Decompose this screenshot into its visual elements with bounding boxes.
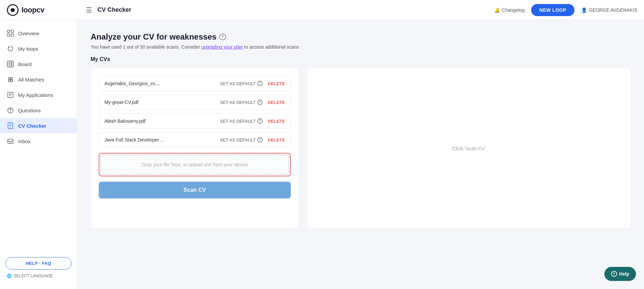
nav-page-title: CV Checker (97, 6, 494, 13)
sidebar-item-all-matches[interactable]: All Matches (0, 72, 77, 87)
svg-point-12 (11, 77, 13, 79)
all-matches-icon (7, 76, 14, 83)
help-btn-label: Help (619, 271, 629, 277)
help-btn-icon: ? (611, 271, 617, 277)
cv-row-1: My-great-CV.pdf SET AS DEFAULT ? DELETE (99, 95, 291, 110)
svg-rect-4 (7, 34, 10, 36)
subtitle-suffix: to access additional scans (243, 44, 299, 50)
delete-btn-1[interactable]: DELETE (268, 100, 285, 105)
set-default-btn-3[interactable]: SET AS DEFAULT ? (220, 137, 262, 142)
layout: Overview My loops Board All Matches (0, 20, 644, 289)
delete-btn-2[interactable]: DELETE (268, 119, 285, 124)
set-default-info-icon-2: ? (257, 118, 263, 124)
cv-row-0: Avgenakis_Georgios_cv.... SET AS DEFAULT… (99, 76, 291, 91)
sidebar-item-my-loops[interactable]: My loops (0, 41, 77, 56)
main-content: Analyze your CV for weaknesses ? You hav… (77, 20, 644, 289)
subtitle-prefix: You have used 1 out of 30 available scan… (91, 44, 201, 50)
right-panel-text: Click 'Scan Cv' (452, 146, 485, 151)
cv-actions-3: SET AS DEFAULT ? DELETE (220, 137, 285, 142)
svg-point-14 (11, 80, 13, 82)
help-faq-button[interactable]: HELP - FAQ (5, 257, 72, 270)
user-icon: 👤 (581, 7, 587, 13)
delete-btn-3[interactable]: DELETE (268, 137, 285, 142)
sidebar-bottom: HELP - FAQ 🌐 SELECT LANGUAGE (0, 252, 77, 284)
sidebar-item-overview[interactable]: Overview (0, 25, 77, 41)
set-default-btn-2[interactable]: SET AS DEFAULT ? (220, 118, 262, 124)
svg-point-13 (8, 80, 10, 82)
sidebar-item-my-loops-label: My loops (18, 46, 38, 52)
page-heading-text: Analyze your CV for weaknesses (91, 32, 217, 42)
delete-btn-0[interactable]: DELETE (268, 81, 285, 86)
user-name: GEORGE AVGENAKIS (589, 7, 637, 13)
svg-rect-3 (11, 30, 13, 33)
heading-info-icon[interactable]: ? (219, 34, 226, 40)
sidebar-item-overview-label: Overview (18, 31, 39, 36)
upgrade-link[interactable]: upgrading your plan (201, 44, 243, 50)
sidebar-item-board-label: Board (18, 61, 32, 67)
cv-actions-1: SET AS DEFAULT ? DELETE (220, 100, 285, 105)
svg-rect-2 (7, 30, 10, 33)
cv-checker-icon (7, 122, 14, 129)
dropzone[interactable]: Drop your file here, or upload one from … (100, 155, 289, 175)
set-default-info-icon-3: ? (257, 137, 263, 142)
sidebar-item-questions[interactable]: Questions (0, 103, 77, 118)
set-default-info-icon-0: ? (257, 81, 263, 86)
page-heading: Analyze your CV for weaknesses ? (91, 32, 631, 42)
set-default-label-3: SET AS DEFAULT (220, 137, 256, 142)
cv-actions-0: SET AS DEFAULT ? DELETE (220, 81, 285, 86)
my-cvs-label: My CVs (91, 56, 631, 62)
set-default-label-2: SET AS DEFAULT (220, 119, 256, 124)
cv-name-2: Abish Balusamy.pdf (104, 118, 220, 124)
sidebar-item-questions-label: Questions (18, 108, 41, 113)
new-loop-button[interactable]: NEW LOOP (531, 4, 574, 16)
navbar: loopcv ☰ CV Checker 🔔 Changelog NEW LOOP… (0, 0, 644, 20)
cv-row-3: Java Full Stack Developer ... SET AS DEF… (99, 132, 291, 148)
set-default-label-0: SET AS DEFAULT (220, 81, 256, 86)
changelog-label: Changelog (502, 7, 525, 13)
subtitle: You have used 1 out of 30 available scan… (91, 44, 631, 50)
svg-point-11 (8, 77, 10, 79)
right-panel: Click 'Scan Cv' (307, 68, 631, 229)
sidebar-item-board[interactable]: Board (0, 56, 77, 72)
language-selector[interactable]: 🌐 SELECT LANGUAGE (5, 274, 72, 278)
sidebar-item-my-applications[interactable]: My Applications (0, 87, 77, 103)
board-icon (7, 60, 14, 68)
svg-rect-25 (8, 139, 13, 143)
cv-panel: Avgenakis_Georgios_cv.... SET AS DEFAULT… (91, 68, 299, 229)
svg-rect-6 (7, 61, 13, 67)
scan-cv-button[interactable]: Scan CV (99, 182, 291, 198)
cv-actions-2: SET AS DEFAULT ? DELETE (220, 118, 285, 124)
sidebar-item-cv-checker[interactable]: CV Checker (0, 118, 77, 133)
overview-icon (7, 30, 14, 37)
inbox-icon (7, 137, 14, 145)
hamburger-icon[interactable]: ☰ (86, 6, 92, 14)
cv-name-3: Java Full Stack Developer ... (104, 137, 220, 142)
questions-icon (7, 107, 14, 114)
set-default-label-1: SET AS DEFAULT (220, 100, 256, 105)
language-label: SELECT LANGUAGE (14, 274, 53, 278)
my-applications-icon (7, 91, 14, 99)
logo-area: loopcv (7, 4, 81, 16)
dropzone-text: Drop your file here, or upload one from … (142, 162, 248, 167)
my-loops-icon (7, 45, 14, 52)
set-default-btn-0[interactable]: SET AS DEFAULT ? (220, 81, 262, 86)
sidebar-item-inbox[interactable]: Inbox (0, 133, 77, 149)
cv-name-1: My-great-CV.pdf (104, 100, 220, 105)
help-button-fixed[interactable]: ? Help (604, 267, 636, 281)
sidebar-item-cv-checker-label: CV Checker (18, 123, 46, 129)
sidebar: Overview My loops Board All Matches (0, 20, 77, 289)
sidebar-nav: Overview My loops Board All Matches (0, 25, 77, 252)
sidebar-item-my-applications-label: My Applications (18, 92, 53, 98)
sidebar-item-inbox-label: Inbox (18, 138, 31, 144)
set-default-info-icon-1: ? (257, 100, 263, 105)
user-area[interactable]: 👤 GEORGE AVGENAKIS (581, 7, 637, 13)
svg-rect-5 (11, 34, 13, 36)
changelog-icon: 🔔 (494, 7, 500, 13)
logo-text: loopcv (21, 6, 44, 14)
changelog-button[interactable]: 🔔 Changelog (494, 7, 525, 13)
set-default-btn-1[interactable]: SET AS DEFAULT ? (220, 100, 262, 105)
dropzone-wrapper: Drop your file here, or upload one from … (99, 153, 291, 176)
cv-row-2: Abish Balusamy.pdf SET AS DEFAULT ? DELE… (99, 113, 291, 129)
globe-icon: 🌐 (7, 274, 12, 278)
svg-point-1 (11, 8, 15, 12)
